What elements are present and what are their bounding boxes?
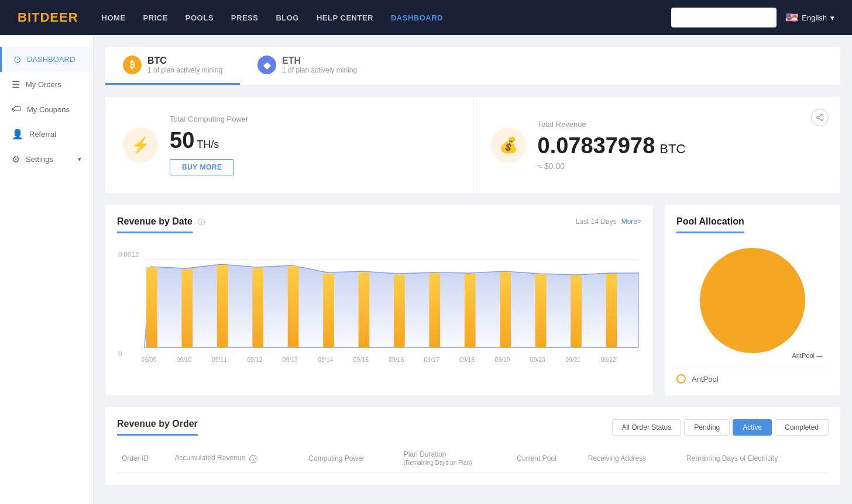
nav-press[interactable]: PRESS xyxy=(231,13,259,22)
header: BITDEER HOME PRICE POOLS PRESS BLOG HELP… xyxy=(0,0,852,35)
search-input[interactable] xyxy=(671,8,777,27)
svg-rect-21 xyxy=(571,275,582,347)
order-table: Order ID Accumulated Revenue ⓘ Computing… xyxy=(117,444,829,473)
buy-more-button[interactable]: BUY MORE xyxy=(170,159,234,175)
orders-icon: ☰ xyxy=(12,79,20,90)
sidebar-item-my-orders[interactable]: ☰ My Orders xyxy=(0,72,93,97)
chevron-down-icon: ▾ xyxy=(830,13,834,22)
filter-active[interactable]: Active xyxy=(733,419,772,436)
svg-text:09/10: 09/10 xyxy=(177,357,192,363)
main-content: ₿ BTC 1 of plan actively mining ◆ ETH 1 … xyxy=(94,35,852,504)
order-table-header-row: Order ID Accumulated Revenue ⓘ Computing… xyxy=(117,444,829,473)
svg-text:09/18: 09/18 xyxy=(459,357,475,363)
nav-dashboard[interactable]: DASHBOARD xyxy=(391,13,443,22)
sidebar-item-settings[interactable]: ⚙ Settings ▾ xyxy=(0,147,93,172)
coupons-icon: 🏷 xyxy=(12,104,21,115)
pool-inline-label: AntPool — xyxy=(792,352,823,359)
col-receiving-address: Receiving Address xyxy=(583,444,682,473)
accumulated-info-icon: ⓘ xyxy=(249,455,257,463)
svg-rect-20 xyxy=(535,274,547,347)
sidebar-label-settings: Settings xyxy=(26,155,53,164)
info-icon: ⓘ xyxy=(198,218,205,226)
svg-text:09/17: 09/17 xyxy=(424,357,439,363)
nav-price[interactable]: PRICE xyxy=(143,13,168,22)
revenue-card: 💰 Total Revenue 0.07837978BTC ≈ $0.00 xyxy=(473,97,841,193)
svg-text:09/21: 09/21 xyxy=(565,357,580,363)
revenue-icon-wrap: 💰 xyxy=(491,127,526,163)
svg-text:09/22: 09/22 xyxy=(601,357,616,363)
order-card-title: Revenue by Order xyxy=(117,419,198,436)
filter-pending[interactable]: Pending xyxy=(684,419,730,436)
chart-period-wrap: Last 14 Days More> xyxy=(576,216,641,226)
svg-rect-14 xyxy=(323,274,334,347)
charts-row: Revenue by Date ⓘ Last 14 Days More> 0.0… xyxy=(105,205,840,395)
flag-icon: 🇺🇸 xyxy=(785,11,798,24)
eth-symbol: ETH xyxy=(282,56,357,66)
tab-eth[interactable]: ◆ ETH 1 of plan actively mining xyxy=(240,47,375,85)
tab-btc[interactable]: ₿ BTC 1 of plan actively mining xyxy=(105,47,240,85)
svg-rect-22 xyxy=(606,274,617,347)
revenue-chart-title: Revenue by Date xyxy=(117,216,193,233)
btc-symbol: BTC xyxy=(147,56,222,66)
revenue-by-order-card: Revenue by Order All Order Status Pendin… xyxy=(105,407,840,485)
order-table-head: Order ID Accumulated Revenue ⓘ Computing… xyxy=(117,444,829,473)
eth-tab-info: ETH 1 of plan actively mining xyxy=(282,56,357,74)
power-icon-wrap: ⚡ xyxy=(123,127,158,163)
col-plan-duration: Plan Duration(Remaining Days on Plan) xyxy=(399,444,512,473)
revenue-value: 0.07837978BTC xyxy=(538,133,823,158)
sidebar-item-my-coupons[interactable]: 🏷 My Coupons xyxy=(0,97,93,122)
sidebar-label-dashboard: DASHBOARD xyxy=(27,55,75,64)
svg-text:09/16: 09/16 xyxy=(389,357,404,363)
computing-power-content: Total Computing Power 50TH/s BUY MORE xyxy=(170,115,455,175)
settings-icon: ⚙ xyxy=(12,154,20,165)
nav-blog[interactable]: BLOG xyxy=(276,13,299,22)
nav-help-center[interactable]: HELP CENTER xyxy=(317,13,373,22)
share-icon[interactable] xyxy=(811,109,829,126)
col-computing-power: Computing Power xyxy=(304,444,398,473)
computing-power-value: 50TH/s xyxy=(170,128,455,153)
more-link[interactable]: More> xyxy=(621,218,641,226)
pool-donut-container: AntPool — xyxy=(676,242,829,359)
filter-completed[interactable]: Completed xyxy=(775,419,829,436)
order-filters: All Order Status Pending Active Complete… xyxy=(612,419,829,436)
eth-icon: ◆ xyxy=(257,56,276,74)
svg-text:09/14: 09/14 xyxy=(318,357,333,363)
btc-icon: ₿ xyxy=(123,56,142,74)
sidebar-item-dashboard[interactable]: ⊙ DASHBOARD xyxy=(0,47,93,72)
lightning-icon: ⚡ xyxy=(131,136,150,154)
svg-text:09/13: 09/13 xyxy=(283,357,298,363)
revenue-chart-container: 0.0012 0 xyxy=(117,248,641,377)
col-accumulated-revenue: Accumulated Revenue ⓘ xyxy=(170,444,304,473)
svg-rect-13 xyxy=(288,266,299,347)
btc-tab-info: BTC 1 of plan actively mining xyxy=(147,56,222,74)
revenue-label: Total Revenue xyxy=(538,120,823,129)
col-remaining-days: Remaining Days of Electricity xyxy=(682,444,829,473)
order-card-header: Revenue by Order All Order Status Pendin… xyxy=(117,419,829,436)
pool-circle xyxy=(700,248,805,353)
logo-deer: DEER xyxy=(40,10,78,25)
language-selector[interactable]: 🇺🇸 English ▾ xyxy=(785,11,834,24)
antpool-legend-dot xyxy=(676,374,686,384)
svg-text:09/11: 09/11 xyxy=(212,357,227,363)
nav-home[interactable]: HOME xyxy=(102,13,126,22)
revenue-usd: ≈ $0.00 xyxy=(538,161,823,171)
computing-power-label: Total Computing Power xyxy=(170,115,455,123)
sidebar: ⊙ DASHBOARD ☰ My Orders 🏷 My Coupons 👤 R… xyxy=(0,35,94,504)
revenue-content: Total Revenue 0.07837978BTC ≈ $0.00 xyxy=(538,120,823,171)
col-current-pool: Current Pool xyxy=(512,444,583,473)
stats-row: ⚡ Total Computing Power 50TH/s BUY MORE xyxy=(105,97,840,193)
svg-rect-9 xyxy=(146,267,157,347)
eth-sub: 1 of plan actively mining xyxy=(282,66,357,74)
svg-point-1 xyxy=(817,116,819,119)
svg-text:09/15: 09/15 xyxy=(353,357,369,363)
money-bag-icon: 💰 xyxy=(499,136,518,154)
pool-allocation-card: Pool Allocation AntPool — AntPool xyxy=(665,205,840,395)
antpool-legend-label: AntPool xyxy=(692,375,719,384)
svg-line-4 xyxy=(819,116,821,117)
sidebar-item-referral[interactable]: 👤 Referral xyxy=(0,122,93,147)
nav-pools[interactable]: POOLS xyxy=(185,13,214,22)
filter-all-order-status[interactable]: All Order Status xyxy=(612,419,682,436)
period-label: Last 14 Days xyxy=(576,218,617,226)
svg-rect-16 xyxy=(394,275,405,347)
svg-text:0: 0 xyxy=(118,350,122,357)
